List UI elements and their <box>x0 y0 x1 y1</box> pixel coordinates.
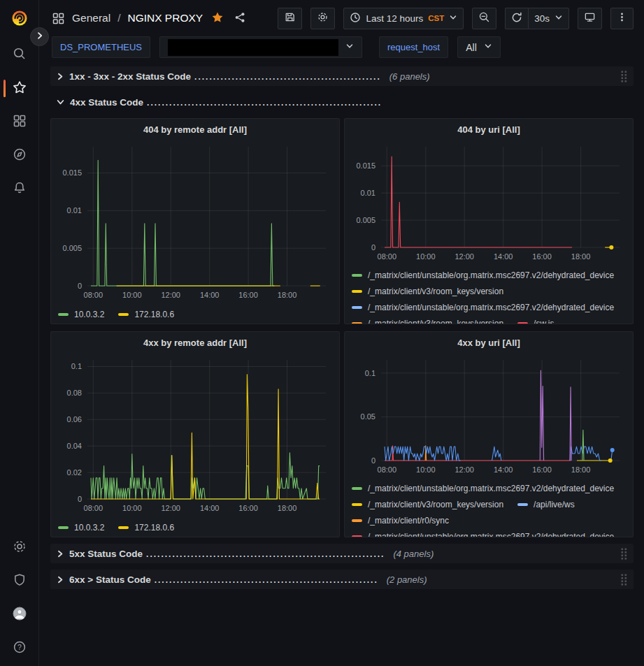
chevron-down-icon <box>554 13 563 24</box>
legend-swatch <box>517 322 528 324</box>
display-icon <box>584 11 596 25</box>
legend-swatch <box>352 535 362 537</box>
row-drag-handle[interactable] <box>620 573 628 586</box>
timeseries-chart[interactable]: 08:0010:0012:0014:0016:0018:0000.020.040… <box>51 353 339 518</box>
breadcrumb-folder[interactable]: General <box>72 12 110 24</box>
sidebar-item-starred[interactable] <box>0 71 38 105</box>
refresh-button[interactable] <box>505 8 528 29</box>
svg-text:?: ? <box>17 642 22 651</box>
chevron-right-icon <box>56 575 64 584</box>
panel-title[interactable]: 4xx by remote addr [All] <box>51 332 339 353</box>
legend-item[interactable]: 172.18.0.6 <box>118 523 174 533</box>
legend-item[interactable]: /_matrix/client/unstable/org.matrix.msc2… <box>352 270 614 280</box>
legend-label: /sw.js <box>534 319 554 324</box>
svg-text:14:00: 14:00 <box>494 252 513 261</box>
request-host-select[interactable]: All <box>457 36 501 58</box>
svg-text:16:00: 16:00 <box>238 291 258 299</box>
question-icon: ? <box>12 639 27 657</box>
zoom-out-button[interactable] <box>472 8 496 29</box>
legend-row: /_matrix/client/v3/room_keys/version/api… <box>352 496 626 512</box>
panel-title[interactable]: 404 by uri [All] <box>345 119 633 140</box>
legend-label: 10.0.3.2 <box>74 310 104 319</box>
row-drag-handle[interactable] <box>620 547 628 560</box>
svg-text:18:00: 18:00 <box>571 252 591 261</box>
chevron-right-icon <box>56 72 64 81</box>
legend-swatch <box>58 313 69 316</box>
timezone-label: CST <box>428 14 444 22</box>
legend-item[interactable]: /_matrix/client/v3/room_keys/version <box>352 500 503 509</box>
star-filled-icon <box>211 11 224 26</box>
svg-text:0.01: 0.01 <box>361 189 375 197</box>
panel-title[interactable]: 4xx by uri [All] <box>345 332 633 353</box>
legend-item[interactable]: /_matrix/client/v3/room_keys/version <box>352 287 503 296</box>
row-toggle-6xx[interactable]: 6xx > Status Code ......................… <box>56 574 427 585</box>
legend-row: /_matrix/client/v3/room_keys/version/sw.… <box>352 315 626 324</box>
datasource-select[interactable] <box>159 36 362 58</box>
legend-item[interactable]: /sw.js <box>517 319 554 324</box>
legend-swatch <box>352 290 362 293</box>
row-toggle-1xx[interactable]: 1xx - 3xx - 2xx Status Code ............… <box>56 71 430 82</box>
svg-text:18:00: 18:00 <box>278 291 297 299</box>
tv-mode-button[interactable] <box>578 8 602 29</box>
kebab-menu-button[interactable] <box>610 8 634 29</box>
row-toggle-5xx[interactable]: 5xx Status Code ........................… <box>56 549 434 559</box>
svg-text:0.1: 0.1 <box>71 362 82 370</box>
zoom-out-icon <box>478 11 490 25</box>
timeseries-chart[interactable]: 08:0010:0012:0014:0016:0018:0000.0050.01… <box>51 140 339 305</box>
legend-label: /_matrix/client/r0/sync <box>368 516 449 526</box>
timeseries-chart[interactable]: 08:0010:0012:0014:0016:0018:0000.050.1 <box>345 353 633 479</box>
legend-item[interactable]: 172.18.0.6 <box>118 310 174 319</box>
grafana-logo-icon <box>9 8 30 31</box>
svg-text:08:00: 08:00 <box>84 291 103 299</box>
kebab-icon <box>617 12 627 24</box>
legend-label: /api/live/ws <box>534 500 575 509</box>
chevron-right-icon <box>56 549 64 558</box>
legend-swatch <box>352 487 362 490</box>
sidebar-item-help[interactable]: ? <box>0 631 38 665</box>
avatar <box>12 606 27 623</box>
sidebar-item-configuration[interactable] <box>0 530 38 564</box>
legend-item[interactable]: /_matrix/client/unstable/org.matrix.msc2… <box>352 532 614 537</box>
legend-item[interactable]: /_matrix/client/r0/sync <box>352 516 449 526</box>
svg-text:0.05: 0.05 <box>361 412 375 421</box>
legend-item[interactable]: /api/live/ws <box>517 500 575 509</box>
star-icon <box>12 80 27 97</box>
sidebar-item-profile[interactable] <box>0 598 38 631</box>
legend-row: /_matrix/client/v3/room_keys/version <box>352 283 626 299</box>
legend-swatch <box>118 313 129 316</box>
legend-item[interactable]: /_matrix/client/v3/room_keys/version <box>352 319 503 324</box>
sidebar-item-server-admin[interactable] <box>0 564 38 598</box>
share-button[interactable] <box>232 10 248 27</box>
sidebar: ? <box>0 0 39 666</box>
timeseries-chart[interactable]: 08:0010:0012:0014:0016:0018:0000.0050.01… <box>345 140 633 266</box>
refresh-group: 30s <box>505 8 569 29</box>
legend-item[interactable]: /_matrix/client/unstable/org.matrix.msc2… <box>352 303 614 312</box>
row-drag-handle[interactable] <box>620 70 628 83</box>
datasource-label: DS_PROMETHEUS <box>52 36 150 58</box>
legend-item[interactable]: /_matrix/client/unstable/org.matrix.msc2… <box>352 484 614 493</box>
legend-label: /_matrix/client/unstable/org.matrix.msc2… <box>368 532 614 537</box>
refresh-interval-select[interactable]: 30s <box>528 8 569 29</box>
legend-row: /_matrix/client/unstable/org.matrix.msc2… <box>352 480 626 496</box>
legend-item[interactable]: 10.0.3.2 <box>58 310 104 319</box>
sidebar-item-explore[interactable] <box>0 138 38 172</box>
dashboard-settings-button[interactable] <box>310 8 335 29</box>
time-range-picker[interactable]: Last 12 hours CST <box>343 8 464 29</box>
legend-item[interactable]: 10.0.3.2 <box>58 523 104 533</box>
dashboard-canvas: 1xx - 3xx - 2xx Status Code ............… <box>39 61 644 666</box>
chevron-down-icon <box>449 13 457 24</box>
sidebar-item-alerting[interactable] <box>0 172 38 205</box>
main-content: General / NGINX PROXY <box>39 0 644 666</box>
legend-row: 10.0.3.2172.18.0.6 <box>58 305 332 324</box>
panel-title[interactable]: 404 by remote addr [All] <box>51 119 339 140</box>
svg-text:0.015: 0.015 <box>356 161 375 170</box>
svg-text:10:00: 10:00 <box>122 504 142 512</box>
save-dashboard-button[interactable] <box>278 8 302 29</box>
sidebar-expand-button[interactable] <box>30 27 49 46</box>
favorite-star-button[interactable] <box>210 10 225 27</box>
legend-swatch <box>352 274 362 277</box>
row-toggle-4xx[interactable]: 4xx Status Code ........................… <box>56 97 382 108</box>
page-title: NGINX PROXY <box>127 12 203 24</box>
sidebar-item-dashboards[interactable] <box>0 105 38 138</box>
legend-row: /_matrix/client/unstable/org.matrix.msc2… <box>352 267 626 283</box>
